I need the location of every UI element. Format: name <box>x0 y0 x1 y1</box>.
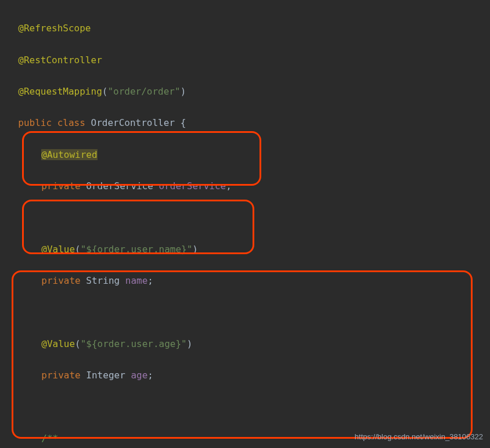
semicolon: ; <box>147 275 153 286</box>
code-line[interactable]: private String name; <box>7 257 483 288</box>
keyword-public: public <box>18 117 52 128</box>
code-line[interactable]: public class OrderController { <box>7 99 483 131</box>
string-literal: "${order.user.age}" <box>81 338 187 349</box>
blank-line <box>7 305 483 320</box>
code-line[interactable]: @Autowired <box>7 131 483 162</box>
blank-line <box>7 209 483 225</box>
paren: ) <box>187 338 193 349</box>
paren: ( <box>102 86 108 97</box>
type-orderservice: OrderService <box>86 180 153 192</box>
code-line[interactable]: @RestController <box>7 36 483 67</box>
semicolon: ; <box>226 180 232 192</box>
code-line[interactable]: @RequestMapping("order/order") <box>7 68 483 99</box>
blank-line <box>7 288 483 304</box>
code-line[interactable]: @RefreshScope <box>7 5 483 36</box>
type-string: String <box>86 275 120 286</box>
annotation-value: @Value <box>41 338 75 349</box>
annotation-value: @Value <box>41 244 75 255</box>
annotation-autowired: @Autowired <box>41 149 97 160</box>
code-line[interactable]: private Integer age; <box>7 352 483 383</box>
field-name: name <box>125 275 148 286</box>
field-orderservice: orderService <box>159 180 226 192</box>
type-integer: Integer <box>86 370 125 381</box>
field-age: age <box>131 370 147 381</box>
annotation-requestmapping: @RequestMapping <box>18 86 102 97</box>
paren: ) <box>192 244 198 255</box>
keyword-private: private <box>41 370 80 381</box>
annotation-refreshscope: @RefreshScope <box>18 23 91 34</box>
blank-line <box>7 384 483 399</box>
keyword-private: private <box>41 275 80 286</box>
string-literal: "${order.user.name}" <box>81 244 193 255</box>
code-line[interactable]: @Value("${order.user.age}") <box>7 320 483 352</box>
code-line[interactable]: @Value("${order.user.name}") <box>7 226 483 257</box>
paren: ) <box>181 86 186 97</box>
string-literal: "order/order" <box>107 86 180 97</box>
paren: ( <box>75 338 81 349</box>
code-line[interactable]: private OrderService orderService; <box>7 162 483 194</box>
javadoc-start: /** <box>41 433 58 444</box>
watermark-text: https://blog.csdn.net/weixin_38106322 <box>355 431 483 443</box>
brace: { <box>175 117 186 128</box>
blank-line <box>7 194 483 209</box>
paren: ( <box>75 244 81 255</box>
blank-line <box>7 399 483 415</box>
semicolon: ; <box>147 370 153 381</box>
keyword-class: class <box>57 117 85 128</box>
keyword-private: private <box>41 180 80 192</box>
class-name: OrderController <box>91 117 175 128</box>
annotation-restcontroller: @RestController <box>18 55 102 66</box>
